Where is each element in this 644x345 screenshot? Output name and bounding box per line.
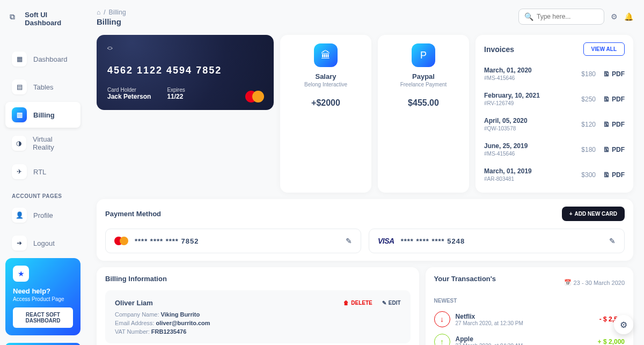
- nav-icon: ▤: [12, 79, 27, 94]
- pencil-icon[interactable]: ✎: [609, 237, 616, 245]
- breadcrumb-current: Billing: [109, 9, 126, 16]
- transaction-row: ↑Apple27 March 2020, at 04:30 AM+ $ 2,00…: [434, 331, 625, 345]
- brand-name: Soft UI Dashboard: [25, 11, 76, 27]
- transaction-row: ↓Netflix27 March 2020, at 12:30 PM- $ 2,…: [434, 308, 625, 331]
- payment-method-card: Payment Method +ADD NEW CARD **** **** *…: [97, 199, 633, 261]
- invoice-amount: $250: [581, 96, 596, 103]
- settings-fab[interactable]: ⚙: [614, 315, 633, 334]
- help-sub: Access Product Page: [13, 296, 73, 302]
- plus-icon: +: [569, 211, 573, 217]
- paypal-amount: $455.00: [383, 98, 464, 108]
- breadcrumb: ⌂ / Billing: [97, 9, 126, 16]
- search-input-wrap[interactable]: 🔍: [518, 9, 604, 25]
- company-line: Company Name: Viking Burrito: [115, 311, 401, 318]
- nav-icon: ➜: [12, 236, 27, 251]
- logo-icon: ⧉: [10, 12, 20, 25]
- card-number: **** **** **** 7852: [135, 237, 199, 245]
- main: ⌂ / Billing Billing 🔍 ⚙ 🔔 ⌔ 4562 1122 45…: [86, 0, 644, 345]
- breadcrumb-sep: /: [104, 9, 105, 16]
- sidebar-item-virtual-reality[interactable]: ◑Virtual Reality: [5, 130, 80, 157]
- invoice-row: March, 01, 2019#AR-803481$300🖻PDF: [484, 164, 625, 189]
- invoice-amount: $300: [581, 171, 596, 179]
- billing-info-title: Billing Information: [105, 275, 411, 283]
- nav-icon: ✈: [12, 164, 27, 179]
- sidebar-item-billing[interactable]: ▥Billing: [5, 102, 80, 128]
- invoice-date: February, 10, 2021: [484, 92, 540, 99]
- home-icon[interactable]: ⌂: [97, 9, 100, 16]
- paypal-card: P Paypal Freelance Payment $455.00: [378, 35, 469, 193]
- invoice-date: March, 01, 2019: [484, 167, 532, 175]
- gear-icon[interactable]: ⚙: [611, 12, 618, 21]
- pdf-button[interactable]: 🖻PDF: [603, 121, 625, 128]
- pdf-button[interactable]: 🖻PDF: [603, 96, 625, 103]
- payment-method-title: Payment Method: [105, 210, 161, 218]
- nav-label: Profile: [33, 211, 53, 219]
- invoice-row: June, 25, 2019#MS-415646$180🖻PDF: [484, 139, 625, 164]
- mastercard-icon: [245, 91, 264, 102]
- sidebar-item-logout[interactable]: ➜Logout: [5, 230, 80, 256]
- transactions-card: Your Transaction's 📅23 - 30 March 2020 N…: [426, 267, 633, 345]
- logo[interactable]: ⧉ Soft UI Dashboard: [5, 11, 80, 35]
- invoice-id: #MS-415646: [484, 151, 528, 157]
- star-icon: ★: [13, 266, 29, 282]
- search-input[interactable]: [537, 13, 598, 20]
- pdf-button[interactable]: 🖻PDF: [603, 146, 625, 153]
- pdf-button[interactable]: 🖻PDF: [603, 171, 625, 179]
- topbar: ⌂ / Billing Billing 🔍 ⚙ 🔔: [97, 9, 633, 26]
- view-all-button[interactable]: VIEW ALL: [583, 42, 625, 56]
- invoice-row: April, 05, 2020#QW-103578$120🖻PDF: [484, 114, 625, 139]
- sidebar-item-profile[interactable]: 👤Profile: [5, 202, 80, 228]
- vat-line: VAT Number: FRB1235476: [115, 328, 401, 335]
- sidebar-item-tables[interactable]: ▤Tables: [5, 74, 80, 100]
- holder-value: Jack Peterson: [107, 93, 151, 100]
- nav-icon: ▥: [12, 107, 27, 122]
- paypal-sub: Freelance Payment: [383, 82, 464, 87]
- invoice-id: #MS-415646: [484, 75, 532, 81]
- invoices-title: Invoices: [484, 45, 514, 54]
- transaction-date: 27 March 2020, at 04:30 AM: [456, 343, 523, 346]
- transaction-amount: + $ 2,000: [598, 338, 625, 345]
- invoice-date: April, 05, 2020: [484, 117, 528, 124]
- billing-item: Oliver Liam🗑DELETE✎EDITCompany Name: Vik…: [105, 290, 411, 343]
- nav-label: Virtual Reality: [33, 135, 74, 151]
- expires-label: Expires: [167, 87, 185, 93]
- bell-icon[interactable]: 🔔: [624, 12, 633, 21]
- edit-button[interactable]: ✎EDIT: [382, 300, 401, 306]
- invoice-amount: $120: [581, 121, 596, 128]
- invoice-id: #RV-126749: [484, 100, 540, 106]
- salary-amount: +$2000: [286, 98, 366, 108]
- salary-title: Salary: [286, 72, 366, 80]
- wifi-icon: ⌔: [107, 45, 263, 54]
- delete-button[interactable]: 🗑DELETE: [343, 300, 372, 306]
- invoice-amount: $180: [581, 146, 596, 153]
- search-icon: 🔍: [524, 12, 533, 21]
- invoices-card: Invoices VIEW ALL March, 01, 2020#MS-415…: [475, 35, 633, 193]
- sidebar: ⧉ Soft UI Dashboard ▦Dashboard▤Tables▥Bi…: [0, 0, 86, 345]
- invoice-row: March, 01, 2020#MS-415646$180🖻PDF: [484, 63, 625, 89]
- sidebar-item-dashboard[interactable]: ▦Dashboard: [5, 46, 80, 72]
- newest-label: NEWEST: [434, 298, 625, 304]
- visa-icon: VISA: [378, 237, 394, 245]
- holder-label: Card Holder: [107, 87, 151, 93]
- bank-icon: 🏛: [314, 43, 338, 67]
- calendar-icon: 📅: [564, 279, 572, 286]
- pdf-button[interactable]: 🖻PDF: [603, 70, 625, 78]
- docs-button[interactable]: REACT SOFT DASHBOARD: [13, 307, 73, 328]
- card-number: 4562 1122 4594 7852: [107, 65, 263, 76]
- pro-button[interactable]: PRO VERSION: [5, 343, 80, 345]
- transaction-name: Apple: [456, 335, 523, 343]
- credit-card: ⌔ 4562 1122 4594 7852 Card Holder Jack P…: [97, 35, 274, 110]
- account-pages-title: ACCOUNT PAGES: [5, 187, 80, 202]
- pencil-icon[interactable]: ✎: [346, 237, 352, 245]
- top-actions: 🔍 ⚙ 🔔: [518, 9, 633, 25]
- sidebar-item-rtl[interactable]: ✈RTL: [5, 159, 80, 185]
- nav-label: Billing: [33, 111, 55, 119]
- arrow-up-icon: ↑: [434, 334, 450, 345]
- trash-icon: 🗑: [343, 300, 349, 306]
- arrow-down-icon: ↓: [434, 311, 450, 327]
- add-card-button[interactable]: +ADD NEW CARD: [562, 207, 625, 221]
- payment-card: **** **** **** 7852✎: [105, 229, 361, 253]
- payment-card: VISA**** **** **** 5248✎: [369, 229, 625, 253]
- invoice-date: March, 01, 2020: [484, 67, 532, 74]
- billing-name: Oliver Liam: [115, 299, 153, 307]
